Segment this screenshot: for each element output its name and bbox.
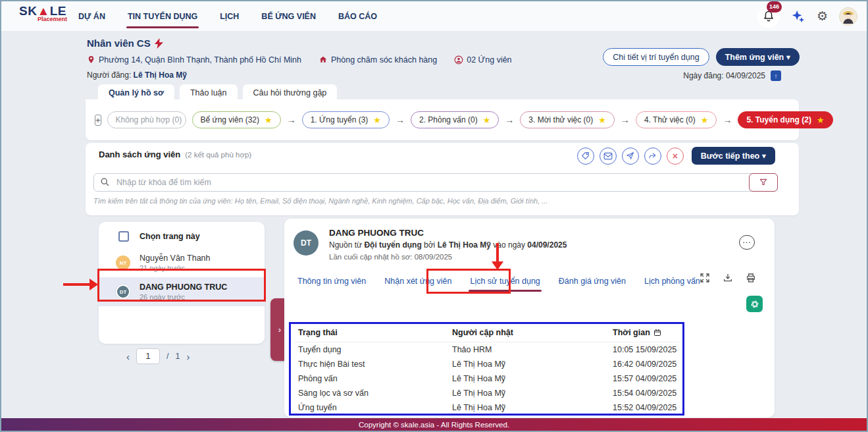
job-poster: Người đăng: Lê Thị Hoa Mỹ	[87, 70, 187, 80]
nav-item-du-an[interactable]: DỰ ÁN	[77, 3, 107, 30]
list-title: Danh sách ứng viên	[99, 149, 180, 159]
list-result-count: (2 kết quả phù hợp)	[185, 151, 251, 159]
download-icon	[723, 273, 733, 283]
settings-button[interactable]: ⚙	[817, 9, 828, 24]
star-icon: ★	[598, 116, 606, 124]
col-status: Trạng thái	[298, 328, 338, 337]
cell-updater: Lê Thị Hoa Mỹ	[452, 360, 505, 369]
nav-right-cluster: 146 ⚙	[757, 1, 857, 31]
job-detail-button[interactable]: Chi tiết vị trí tuyển dụng	[603, 48, 709, 66]
header-buttons: Chi tiết vị trí tuyển dụng Thêm ứng viên…	[603, 48, 800, 66]
star-icon: ★	[817, 116, 825, 124]
annotation-red-arrow-candidate	[63, 283, 89, 286]
star-icon: ★	[701, 116, 709, 124]
tab-lich-su-tuyen-dung[interactable]: Lịch sử tuyển dụng	[470, 277, 540, 292]
candidate-time: 26 ngày trước	[140, 293, 227, 301]
candidate-row-dang-phuong-truc[interactable]: DT DANG PHUONG TRUC 26 ngày trước	[99, 277, 265, 306]
table-divider	[294, 342, 679, 342]
ai-chat-button[interactable]	[746, 296, 763, 312]
page-next-button[interactable]: ›	[186, 351, 190, 362]
history-row: Sàng lọc và sơ vấn Lê Thị Hoa Mỹ 15:54 0…	[289, 389, 684, 402]
fullscreen-button[interactable]	[700, 273, 710, 283]
stage-thu-viec[interactable]: 4. Thử việc (0)★	[636, 111, 717, 128]
nav-item-lich[interactable]: LỊCH	[218, 3, 240, 30]
tab-lich-phong-van[interactable]: Lịch phỏng vấn	[644, 277, 700, 292]
arrow-right-icon: →	[505, 115, 514, 125]
notifications-button[interactable]: 146	[757, 5, 780, 28]
cell-status: Thực hiện Bài test	[298, 360, 365, 369]
posted-date-row: Ngày đăng: 04/09/2025 ↑	[683, 70, 781, 81]
pipeline-card: + Không phù hợp (0) Bể ứng viên (32)★ → …	[86, 99, 799, 140]
arrow-right-icon: →	[287, 115, 296, 125]
stage-label: 3. Mời thử việc (0)	[528, 115, 593, 124]
ai-assistant-button[interactable]	[791, 9, 805, 24]
stage-khong-phu-hop[interactable]: Không phù hợp (0)	[107, 111, 186, 128]
arrow-right-icon: →	[621, 115, 630, 125]
tab-danh-gia-ung-vien[interactable]: Đánh giá ứng viên	[559, 277, 626, 292]
history-header-row: Trạng thái Người cập nhật Thời gian	[289, 328, 684, 342]
more-options-button[interactable]: ...	[739, 235, 755, 250]
detail-candidate-name: DANG PHUONG TRUC	[329, 228, 424, 238]
scroll-top-button[interactable]: ↑	[771, 70, 781, 81]
detail-source-line: Nguồn từ Đội tuyển dụng bởi Lê Thị Hoa M…	[329, 240, 567, 250]
star-icon: ★	[265, 116, 272, 124]
location-pin-icon	[87, 55, 95, 65]
history-row: Ứng tuyển Lê Thị Hoa Mỹ 15:52 04/09/2025	[289, 403, 684, 417]
next-step-button[interactable]: Bước tiếp theo ▾	[692, 147, 775, 165]
current-page-box[interactable]: 1	[136, 348, 160, 364]
tab-nhan-xet-ung-vien[interactable]: Nhận xét ứng viên	[384, 277, 451, 292]
stage-ung-tuyen[interactable]: 1. Ứng tuyển (3)★	[302, 111, 390, 128]
cell-status: Ứng tuyển	[298, 403, 337, 412]
search-input[interactable]	[93, 173, 778, 192]
nav-item-tin-tuyen-dung[interactable]: TIN TUYỂN DỤNG	[126, 3, 199, 30]
search-icon	[100, 177, 110, 187]
stage-label: 5. Tuyển dụng (2)	[746, 115, 811, 124]
person-circle-icon	[454, 55, 463, 65]
stage-be-ung-vien[interactable]: Bể ứng viên (32)★	[192, 111, 281, 128]
stage-label: 4. Thử việc (0)	[644, 115, 696, 124]
page-separator: /	[166, 352, 168, 361]
reject-button[interactable]: ×	[667, 148, 684, 165]
page-prev-button[interactable]: ‹	[126, 351, 130, 362]
add-stage-button[interactable]: +	[95, 115, 101, 126]
detail-avatar: DT	[294, 230, 319, 256]
source-mid: bởi	[422, 240, 438, 250]
calendar-icon	[653, 329, 661, 337]
filter-button[interactable]	[749, 173, 778, 192]
candidate-row-nguyen-van-thanh[interactable]: NT Nguyễn Văn Thanh 21 ngày trước	[99, 248, 265, 277]
skale-logo[interactable]: SK▲LE Placement	[17, 5, 68, 22]
cell-updater: Lê Thị Hoa Mỹ	[452, 389, 505, 398]
detail-last-update: Lần cuối cập nhật hồ sơ: 08/09/2025	[329, 253, 452, 261]
arrow-right-icon: →	[723, 115, 732, 125]
stage-moi-thu-viec[interactable]: 3. Mời thử việc (0)★	[520, 111, 615, 128]
nav-item-be-ung-vien[interactable]: BỂ ỨNG VIÊN	[260, 3, 317, 30]
stage-label: 2. Phỏng vấn (0)	[419, 115, 478, 124]
email-button[interactable]	[600, 148, 617, 165]
print-button[interactable]	[746, 273, 756, 283]
stage-phong-van[interactable]: 2. Phỏng vấn (0)★	[411, 111, 499, 128]
send-button[interactable]	[622, 148, 639, 165]
col-updater: Người cập nhật	[452, 328, 513, 337]
job-department-text: Phòng chăm sóc khách hàng	[331, 55, 437, 65]
nav-item-bao-cao[interactable]: BÁO CÁO	[337, 3, 378, 30]
candidate-name: Nguyễn Văn Thanh	[140, 254, 211, 263]
cell-updater: Lê Thị Hoa Mỹ	[452, 374, 505, 383]
add-candidate-button[interactable]: Thêm ứng viên ▾	[716, 48, 800, 66]
forward-button[interactable]	[644, 148, 661, 165]
candidate-list-panel: Chọn trang này NT Nguyễn Văn Thanh 21 ng…	[99, 222, 265, 344]
posted-date-text: Ngày đăng: 04/09/2025	[683, 71, 765, 80]
stage-tuyen-dung-active[interactable]: 5. Tuyển dụng (2)★	[738, 111, 832, 128]
stage-label: Không phù hợp (0)	[116, 115, 182, 124]
user-avatar[interactable]	[839, 7, 857, 26]
chatgpt-icon	[750, 299, 760, 310]
bulk-actions: × Bước tiếp theo ▾	[577, 147, 775, 165]
col-time[interactable]: Thời gian	[613, 328, 661, 337]
candidate-list-header: Danh sách ứng viên (2 kết quả phù hợp)	[99, 149, 251, 159]
download-button[interactable]	[723, 273, 733, 283]
printer-icon	[746, 273, 756, 283]
paper-plane-icon	[626, 151, 634, 160]
select-page-checkbox[interactable]	[118, 231, 129, 242]
tab-thong-tin-ung-vien[interactable]: Thông tin ứng viên	[297, 277, 366, 292]
history-row: Thực hiện Bài test Lê Thị Hoa Mỹ 16:42 0…	[289, 360, 684, 373]
tag-button[interactable]	[577, 148, 594, 165]
